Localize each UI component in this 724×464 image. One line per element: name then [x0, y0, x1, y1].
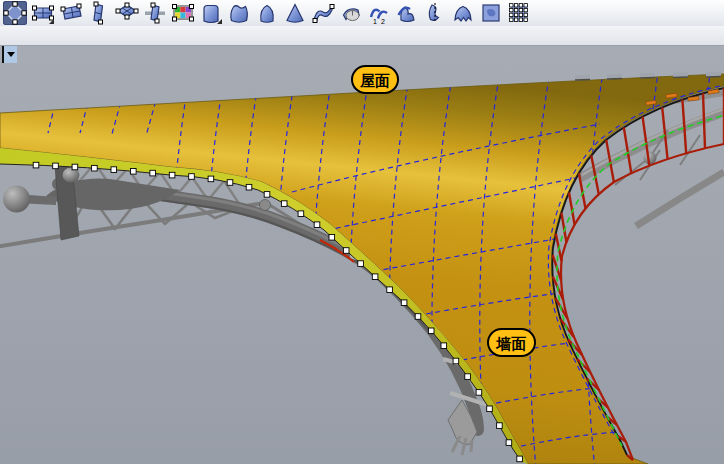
control-point[interactable] — [465, 374, 471, 380]
plane-icon — [31, 1, 55, 25]
control-point[interactable] — [415, 314, 421, 320]
point-grid-icon — [115, 1, 139, 25]
surface-toolbar — [0, 0, 724, 26]
3d-viewport[interactable]: 屋面 墙面 — [0, 45, 724, 464]
extrude-point-icon — [283, 1, 307, 25]
tool-rail-revolve[interactable] — [423, 1, 447, 25]
surface-corner-points-icon — [3, 1, 27, 25]
control-point[interactable] — [227, 180, 233, 186]
tool-extrude-to-point[interactable] — [283, 1, 307, 25]
tool-sweep-2-rails[interactable] — [367, 1, 391, 25]
annotation-wall[interactable]: 墙面 — [488, 329, 535, 356]
tool-extrude-tapered[interactable] — [255, 1, 279, 25]
cutting-plane-icon — [143, 1, 167, 25]
control-point[interactable] — [314, 222, 320, 228]
tool-extrude-along-curve[interactable] — [227, 1, 251, 25]
control-point[interactable] — [497, 423, 503, 429]
extrude-icon — [199, 1, 223, 25]
control-point[interactable] — [281, 201, 287, 207]
viewport-menu-dropdown[interactable] — [2, 46, 17, 63]
control-point[interactable] — [387, 287, 393, 293]
tool-surface-from-3-4-corner-points[interactable] — [3, 1, 27, 25]
tool-revolve[interactable] — [339, 1, 363, 25]
rail-revolve-icon — [423, 1, 447, 25]
drape-icon — [451, 1, 475, 25]
toolbar-spacer — [0, 26, 724, 46]
tool-surface-from-point-grid[interactable] — [115, 1, 139, 25]
control-point[interactable] — [33, 162, 39, 168]
tool-drape-surface[interactable] — [451, 1, 475, 25]
control-point[interactable] — [111, 167, 117, 173]
tool-sweep-1-rail[interactable] — [395, 1, 419, 25]
control-point[interactable] — [372, 274, 378, 280]
revolve-icon — [339, 1, 363, 25]
tool-vertical-plane[interactable] — [87, 1, 111, 25]
control-point[interactable] — [476, 390, 482, 396]
control-point[interactable] — [131, 169, 137, 175]
control-point[interactable] — [53, 163, 59, 169]
picture-frame-icon — [171, 1, 195, 25]
control-point[interactable] — [264, 192, 270, 198]
control-point[interactable] — [506, 440, 512, 446]
sweep-2-rails-icon — [367, 1, 391, 25]
tool-heightfield[interactable] — [479, 1, 503, 25]
vertical-plane-icon — [87, 1, 111, 25]
extrude-curve-icon — [227, 1, 251, 25]
control-point[interactable] — [329, 235, 335, 241]
control-point[interactable] — [343, 248, 349, 254]
control-point[interactable] — [487, 406, 493, 412]
sweep-1-rail-icon — [395, 1, 419, 25]
control-point[interactable] — [189, 174, 195, 180]
control-point[interactable] — [246, 184, 252, 190]
control-point[interactable] — [428, 328, 434, 334]
control-point[interactable] — [441, 343, 447, 349]
annotation-wall-label: 墙面 — [496, 335, 527, 352]
control-point[interactable] — [72, 164, 78, 170]
control-point[interactable] — [358, 261, 364, 267]
control-point[interactable] — [150, 170, 156, 176]
tool-picture-frame[interactable] — [171, 1, 195, 25]
edge-surface-icon — [59, 1, 83, 25]
annotation-roof-label: 屋面 — [359, 72, 390, 89]
tool-surface-from-planar-curves[interactable] — [31, 1, 55, 25]
application-window: 屋面 墙面 — [0, 0, 724, 464]
tool-extrude-straight[interactable] — [199, 1, 223, 25]
control-point[interactable] — [169, 172, 175, 178]
tool-ribbon-offset[interactable] — [311, 1, 335, 25]
control-point[interactable] — [401, 300, 407, 306]
tool-surface-control-point-grid[interactable] — [507, 1, 531, 25]
control-point[interactable] — [453, 358, 459, 364]
tool-cutting-plane[interactable] — [143, 1, 167, 25]
control-point[interactable] — [517, 456, 523, 462]
control-point-grid-icon — [507, 1, 531, 25]
ribbon-icon — [311, 1, 335, 25]
chevron-down-icon — [7, 52, 15, 57]
heightfield-icon — [479, 1, 503, 25]
control-point[interactable] — [298, 211, 304, 217]
control-point[interactable] — [208, 176, 214, 182]
tool-surface-from-edge-curves[interactable] — [59, 1, 83, 25]
annotation-roof[interactable]: 屋面 — [352, 66, 398, 93]
control-point[interactable] — [92, 165, 98, 171]
extrude-tapered-icon — [255, 1, 279, 25]
